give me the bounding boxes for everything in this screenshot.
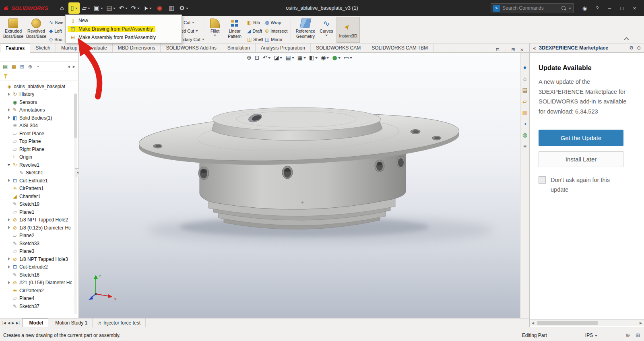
commandmanager-tab[interactable]: Features (0, 43, 30, 53)
expand-arrow-icon[interactable] (7, 139, 12, 144)
design-library-icon[interactable]: ▱ (521, 97, 529, 105)
extruded-boss-base-button[interactable]: Extruded Boss/Base (2, 17, 24, 42)
expand-arrow-icon[interactable] (7, 273, 12, 277)
redo-icon[interactable]: ↷ (130, 2, 141, 14)
units-selector[interactable]: IPS (585, 333, 597, 338)
tree-scrollbar[interactable] (74, 93, 77, 314)
scroll-prev-icon[interactable]: ◀ (8, 321, 10, 325)
feature-small-button[interactable]: Draft (247, 27, 262, 35)
feature-item[interactable]: Origin (0, 153, 78, 161)
undo-icon[interactable]: ↶ (118, 2, 129, 14)
search-scope-icon[interactable]: > (493, 5, 500, 12)
feature-small-button[interactable]: Mirror (265, 35, 283, 43)
display-style-icon[interactable]: ◧ (309, 55, 318, 60)
expand-arrow-icon[interactable] (7, 241, 12, 246)
collapse-ribbon-icon[interactable] (624, 37, 629, 42)
dont-ask-checkbox[interactable] (539, 176, 546, 184)
expand-arrow-icon[interactable] (7, 155, 12, 159)
print-icon[interactable]: ▤ (105, 2, 117, 14)
hscroll-right-icon[interactable]: ▶ (638, 321, 643, 325)
search-commands-box[interactable]: > (491, 3, 574, 13)
feature-item[interactable]: Plane3 (0, 248, 78, 256)
expand-arrow-icon[interactable] (7, 108, 12, 112)
expand-arrow-icon[interactable] (7, 257, 12, 261)
scroll-next-icon[interactable]: ▶ (12, 321, 14, 325)
feature-small-button[interactable]: Wrap (265, 19, 281, 26)
auto-collapse-icon[interactable]: ⊡ (496, 47, 500, 52)
commandmanager-tab[interactable]: Evaluate (83, 43, 113, 52)
commandmanager-tab[interactable]: Analysis Preparation (256, 43, 311, 52)
zoom-fit-icon[interactable]: ⊕ (247, 55, 252, 60)
panel-collapse-handle[interactable] (75, 168, 79, 177)
feature-item[interactable]: Plane2 (0, 232, 78, 240)
file-explorer-icon[interactable]: ▥ (521, 108, 529, 116)
feature-item[interactable]: Plane1 (0, 208, 78, 216)
feature-item[interactable]: Right Plane (0, 145, 78, 153)
feature-item[interactable]: Sketch19 (0, 200, 78, 209)
commandmanager-tab[interactable]: Simulation (222, 43, 256, 52)
expand-arrow-icon[interactable] (7, 147, 12, 151)
expand-arrow-icon[interactable] (14, 171, 18, 175)
section-view-icon[interactable]: ◪ (274, 55, 282, 60)
search-input[interactable] (502, 5, 559, 11)
feature-item[interactable]: Revolve1 (0, 161, 78, 169)
feature-item[interactable]: CirPattern1 (0, 185, 78, 193)
zoom-area-icon[interactable]: ⊡ (255, 55, 260, 60)
boss-small-button[interactable]: Loft (49, 27, 62, 35)
curves-button[interactable]: Curves (318, 17, 335, 42)
tree-back-icon[interactable]: ◀ (68, 65, 70, 68)
menu-item[interactable]: New (66, 16, 181, 25)
close-button[interactable]: × (628, 2, 641, 14)
fillet-button[interactable]: Fillet (206, 17, 224, 42)
new-document-icon[interactable]: ▯ (68, 2, 80, 14)
expand-arrow-icon[interactable] (2, 84, 6, 89)
boss-small-button[interactable]: Swe (49, 19, 63, 26)
help-icon[interactable]: ? (591, 2, 603, 14)
cut-small-button[interactable]: ndary Cut (181, 35, 204, 43)
linear-pattern-button[interactable]: Linear Pattern (225, 17, 245, 42)
get-update-button[interactable]: Get the Update (539, 130, 623, 146)
feature-item[interactable]: Sketch16 (0, 271, 78, 279)
solidworks-resources-icon[interactable]: ▤ (521, 86, 529, 93)
feature-item[interactable]: osiris_ablative_baseplat (0, 83, 78, 91)
feature-item[interactable]: Cut-Extrude1 (0, 177, 78, 185)
expand-arrow-icon[interactable] (7, 225, 12, 230)
hide-show-items-icon[interactable]: ◉ (321, 55, 329, 60)
commandmanager-tab[interactable]: Markup (56, 43, 83, 52)
feature-item[interactable]: Plane4 (0, 295, 78, 303)
3dexperience-icon[interactable]: ● (521, 63, 529, 71)
taskpane-pin-icon[interactable]: ⊙ (637, 45, 641, 51)
expand-arrow-icon[interactable] (7, 210, 12, 214)
float-commandmanager-icon[interactable]: ⊞ (512, 47, 515, 52)
save-icon[interactable]: ▣ (93, 2, 104, 14)
feature-item[interactable]: Front Plane (0, 130, 78, 138)
annotation-views-icon[interactable]: ▤ (286, 55, 294, 60)
home-tab-icon[interactable]: ⌂ (521, 74, 529, 82)
feature-item[interactable]: 1/8 (0.125) Diameter Hc (0, 224, 78, 232)
instant3d-button[interactable]: Instant3D (336, 17, 360, 43)
expand-arrow-icon[interactable] (7, 194, 12, 198)
maximize-button[interactable]: □ (616, 2, 628, 14)
feature-item[interactable]: Sensors (0, 98, 78, 106)
previous-view-icon[interactable]: ↶ (263, 55, 271, 60)
status-sync-icon[interactable]: ⊕ (625, 332, 630, 338)
feature-item[interactable]: Solid Bodies(1) (0, 114, 78, 122)
expand-arrow-icon[interactable] (7, 218, 12, 222)
edit-appearance-icon[interactable]: ● (332, 55, 340, 60)
install-later-button[interactable]: Install Later (539, 151, 623, 167)
options-icon[interactable]: ⚙ (178, 2, 189, 14)
feature-item[interactable]: Sketch1 (0, 169, 78, 177)
expand-arrow-icon[interactable] (7, 281, 12, 285)
expand-arrow-icon[interactable] (7, 124, 12, 128)
tree-scrollbar-thumb[interactable] (74, 94, 77, 138)
boss-small-button[interactable]: Bou (49, 35, 62, 43)
open-icon[interactable]: ▱ (80, 2, 92, 14)
custom-properties-icon[interactable]: ≡ (521, 142, 529, 150)
search-caret-icon[interactable] (569, 8, 571, 10)
propertymanager-icon[interactable]: ▦ (11, 64, 16, 69)
commandmanager-tab[interactable]: SOLIDWORKS Add-Ins (161, 43, 222, 52)
expand-arrow-icon[interactable] (7, 265, 12, 269)
feature-item[interactable]: Sketch37 (0, 302, 78, 310)
expand-arrow-icon[interactable] (7, 100, 12, 104)
user-account-icon[interactable]: ◉ (578, 2, 591, 14)
